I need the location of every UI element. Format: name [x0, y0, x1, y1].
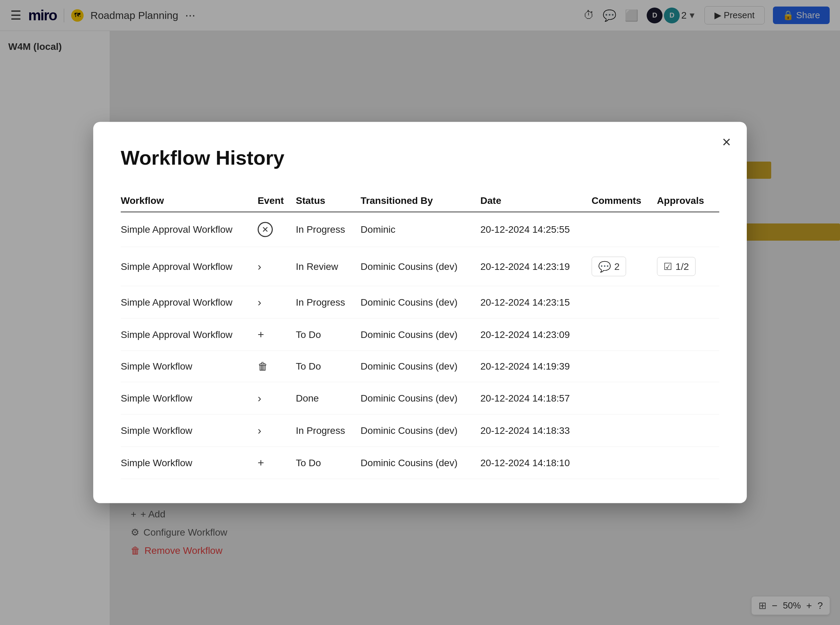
workflow-history-modal: × Workflow History Workflow Event Status… [93, 122, 747, 503]
cell-date: 20-12-2024 14:18:10 [480, 446, 592, 479]
cell-status: To Do [296, 351, 360, 382]
cell-comments: 💬2 [592, 247, 657, 286]
cell-transitioned-by: Dominic Cousins (dev) [360, 351, 480, 382]
cell-comments [592, 446, 657, 479]
cell-date: 20-12-2024 14:23:15 [480, 286, 592, 318]
comment-badge[interactable]: 💬2 [592, 257, 626, 277]
cell-transitioned-by: Dominic Cousins (dev) [360, 414, 480, 446]
cell-comments [592, 414, 657, 446]
col-date: Date [480, 190, 592, 212]
cell-event: + [258, 446, 296, 479]
cell-comments [592, 212, 657, 247]
table-row: Simple Approval Workflow+To DoDominic Co… [121, 318, 719, 351]
cell-transitioned-by: Dominic Cousins (dev) [360, 446, 480, 479]
cell-date: 20-12-2024 14:23:09 [480, 318, 592, 351]
table-row: Simple Workflow🗑To DoDominic Cousins (de… [121, 351, 719, 382]
cell-approvals [657, 212, 719, 247]
table-row: Simple Workflow›DoneDominic Cousins (dev… [121, 382, 719, 414]
cell-approvals: ☑1/2 [657, 247, 719, 286]
cell-transitioned-by: Dominic Cousins (dev) [360, 286, 480, 318]
cell-status: In Progress [296, 414, 360, 446]
cell-status: In Review [296, 247, 360, 286]
cell-event: 🗑 [258, 351, 296, 382]
col-approvals: Approvals [657, 190, 719, 212]
cell-comments [592, 318, 657, 351]
comment-count: 2 [614, 261, 620, 272]
modal-close-button[interactable]: × [722, 134, 731, 149]
arrow-icon: › [258, 424, 262, 437]
col-workflow: Workflow [121, 190, 258, 212]
cell-comments [592, 286, 657, 318]
arrow-icon: › [258, 260, 262, 273]
cell-transitioned-by: Dominic Cousins (dev) [360, 382, 480, 414]
col-transitioned-by: Transitioned By [360, 190, 480, 212]
plus-icon: + [258, 328, 264, 341]
cell-status: In Progress [296, 286, 360, 318]
table-row: Simple Workflow+To DoDominic Cousins (de… [121, 446, 719, 479]
cell-approvals [657, 318, 719, 351]
cell-approvals [657, 382, 719, 414]
cell-transitioned-by: Dominic Cousins (dev) [360, 247, 480, 286]
cell-transitioned-by: Dominic Cousins (dev) [360, 318, 480, 351]
col-status: Status [296, 190, 360, 212]
cell-workflow: Simple Approval Workflow [121, 318, 258, 351]
table-row: Simple Approval Workflow›In ProgressDomi… [121, 286, 719, 318]
arrow-icon: › [258, 296, 262, 308]
arrow-icon: › [258, 392, 262, 404]
cell-workflow: Simple Workflow [121, 446, 258, 479]
table-row: Simple Workflow›In ProgressDominic Cousi… [121, 414, 719, 446]
cell-approvals [657, 351, 719, 382]
cell-transitioned-by: Dominic [360, 212, 480, 247]
cell-status: To Do [296, 318, 360, 351]
trash-icon: 🗑 [258, 361, 268, 372]
circle-x-icon: ✕ [258, 222, 273, 237]
table-row: Simple Approval Workflow✕In ProgressDomi… [121, 212, 719, 247]
cell-status: In Progress [296, 212, 360, 247]
cell-approvals [657, 446, 719, 479]
col-event: Event [258, 190, 296, 212]
cell-date: 20-12-2024 14:23:19 [480, 247, 592, 286]
col-comments: Comments [592, 190, 657, 212]
cell-approvals [657, 414, 719, 446]
cell-workflow: Simple Approval Workflow [121, 212, 258, 247]
cell-date: 20-12-2024 14:18:33 [480, 414, 592, 446]
cell-workflow: Simple Workflow [121, 382, 258, 414]
cell-event: › [258, 382, 296, 414]
cell-workflow: Simple Approval Workflow [121, 247, 258, 286]
chat-icon: 💬 [598, 261, 611, 273]
history-table: Workflow Event Status Transitioned By Da… [121, 190, 719, 479]
cell-status: To Do [296, 446, 360, 479]
cell-event: › [258, 286, 296, 318]
modal-title: Workflow History [121, 146, 719, 169]
cell-event: + [258, 318, 296, 351]
cell-approvals [657, 286, 719, 318]
cell-date: 20-12-2024 14:19:39 [480, 351, 592, 382]
cell-comments [592, 351, 657, 382]
cell-comments [592, 382, 657, 414]
table-header-row: Workflow Event Status Transitioned By Da… [121, 190, 719, 212]
cell-workflow: Simple Workflow [121, 414, 258, 446]
cell-event: › [258, 247, 296, 286]
cell-event: › [258, 414, 296, 446]
cell-date: 20-12-2024 14:25:55 [480, 212, 592, 247]
cell-workflow: Simple Workflow [121, 351, 258, 382]
cell-status: Done [296, 382, 360, 414]
cell-date: 20-12-2024 14:18:57 [480, 382, 592, 414]
approval-count: 1/2 [676, 261, 689, 272]
checkmark-icon: ☑ [664, 261, 672, 272]
cell-event: ✕ [258, 212, 296, 247]
plus-icon: + [258, 457, 264, 469]
cell-workflow: Simple Approval Workflow [121, 286, 258, 318]
approval-badge[interactable]: ☑1/2 [657, 257, 695, 276]
table-row: Simple Approval Workflow›In ReviewDomini… [121, 247, 719, 286]
